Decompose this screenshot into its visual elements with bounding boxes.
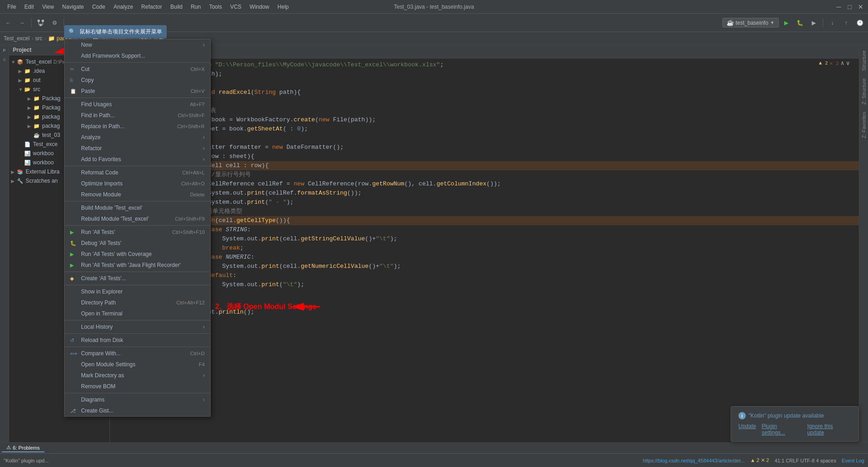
- project-icon[interactable]: P: [1, 47, 8, 54]
- breadcrumb-src[interactable]: src: [35, 35, 43, 42]
- ctx-add-framework[interactable]: Add Framework Support...: [65, 50, 210, 61]
- tooltip-bubble: 🔍 鼠标右键单击项目文件夹展开菜单: [64, 25, 167, 38]
- plugin-status: "Kotlin" plugin upd...: [4, 458, 49, 463]
- notification-update-link[interactable]: Update: [738, 423, 756, 436]
- ctx-cut[interactable]: ✂ Cut Ctrl+X: [65, 64, 210, 75]
- code-editor[interactable]: ▲ 2 ✕ 2 ∧ ∨ String path = "D:\\Person_fi…: [110, 59, 859, 453]
- ctx-create-gist[interactable]: ⎇ Create Gist...: [65, 405, 210, 416]
- structure-icon[interactable]: ≡: [1, 56, 8, 63]
- coverage-button[interactable]: ▶: [807, 16, 820, 29]
- git-url: https://blog.csdn.net/qq_4584443/article…: [643, 458, 745, 463]
- ctx-open-terminal[interactable]: Open in Terminal: [65, 308, 210, 319]
- event-log[interactable]: Event Log: [841, 458, 864, 463]
- ctx-remove-bom[interactable]: Remove BOM: [65, 381, 210, 392]
- ctx-remove-module[interactable]: Remove Module Delete: [65, 189, 210, 200]
- notification-ignore-link[interactable]: Ignore this update: [807, 423, 851, 436]
- ctx-debug-tests[interactable]: 🐛 Debug 'All Tests': [65, 238, 210, 249]
- forward-button[interactable]: →: [16, 16, 28, 29]
- title-bar-controls: ─ □ ✕: [835, 3, 864, 11]
- z-structure-tab[interactable]: Z: Structure: [860, 75, 868, 108]
- ctx-directory-path[interactable]: Directory Path Ctrl+Alt+F12: [65, 297, 210, 308]
- code-line: System.out.print(cellRef.formatAsString(…: [110, 189, 859, 198]
- structure-tab[interactable]: Structure: [860, 47, 868, 75]
- package-icon: 📁: [33, 113, 40, 120]
- breadcrumb-project[interactable]: Test_excel: [4, 35, 30, 42]
- tree-label: test_03: [42, 132, 60, 138]
- code-line: case STRING:: [110, 225, 859, 234]
- menu-help[interactable]: Help: [274, 3, 293, 11]
- ctx-open-module-settings[interactable]: Open Module Settings F4: [65, 359, 210, 370]
- menu-window[interactable]: Window: [246, 3, 273, 11]
- menu-view[interactable]: View: [38, 3, 58, 11]
- vcs-commit-button[interactable]: ↑: [840, 16, 852, 29]
- menu-file[interactable]: File: [4, 3, 20, 11]
- menu-build[interactable]: Build: [167, 3, 186, 11]
- menu-navigate[interactable]: Navigate: [59, 3, 87, 11]
- project-structure-button[interactable]: [34, 16, 47, 29]
- close-button[interactable]: ✕: [857, 3, 864, 11]
- code-line: try{: [110, 97, 859, 106]
- problems-tab[interactable]: ⚠ 6: Problems: [2, 444, 44, 452]
- notification-plugin-settings-link[interactable]: Plugin settings...: [762, 423, 802, 436]
- ctx-build-module[interactable]: Build Module 'Test_excel': [65, 202, 210, 213]
- reload-icon: ↺: [70, 337, 77, 343]
- ctx-rebuild-module[interactable]: Rebuild Module 'Test_excel' Ctrl+Shift+F…: [65, 213, 210, 224]
- title-bar: File Edit View Navigate Code Analyze Ref…: [0, 0, 868, 14]
- ctx-find-in-path[interactable]: Find in Path... Ctrl+Shift+F: [65, 110, 210, 121]
- run-config-name: test_baseinfo: [736, 20, 768, 26]
- ctx-diagrams[interactable]: Diagrams ›: [65, 394, 210, 405]
- ctx-show-explorer[interactable]: Show in Explorer: [65, 286, 210, 297]
- favorites-tab[interactable]: Z: Favorites: [860, 108, 868, 142]
- run-configuration[interactable]: ☕ test_baseinfo ▼: [722, 18, 779, 27]
- vcs-history-button[interactable]: 🕐: [853, 16, 866, 29]
- ctx-compare[interactable]: ⟺ Compare With... Ctrl+D: [65, 348, 210, 359]
- code-line: readExcel(path);: [110, 70, 859, 79]
- ctx-run-tests[interactable]: ▶ Run 'All Tests' Ctrl+Shift+F10: [65, 227, 210, 238]
- nav-up-button[interactable]: ∧: [841, 60, 844, 67]
- cut-shortcut: Ctrl+X: [190, 66, 205, 72]
- minimize-button[interactable]: ─: [835, 3, 842, 11]
- excel-icon: 📄: [24, 141, 31, 148]
- maximize-button[interactable]: □: [846, 3, 853, 11]
- ctx-new[interactable]: New ›: [65, 39, 210, 50]
- ctx-mark-directory[interactable]: Mark Directory as ›: [65, 370, 210, 381]
- ctx-optimize-imports[interactable]: Optimize Imports Ctrl+Alt+O: [65, 178, 210, 189]
- menu-refactor[interactable]: Refactor: [138, 3, 166, 11]
- ctx-create-tests[interactable]: ◆ Create 'All Tests'...: [65, 273, 210, 284]
- back-button[interactable]: ←: [2, 16, 15, 29]
- menu-edit[interactable]: Edit: [21, 3, 38, 11]
- menu-code[interactable]: Code: [88, 3, 109, 11]
- error-indicator[interactable]: ▲ 2 ✕ 2: [750, 457, 769, 463]
- ctx-reformat[interactable]: Reformat Code Ctrl+Alt+L: [65, 167, 210, 178]
- src-folder-icon: 📂: [24, 86, 31, 93]
- ctx-run-coverage[interactable]: ▶ Run 'All Tests' with Coverage: [65, 249, 210, 260]
- ctx-replace-in-path[interactable]: Replace in Path... Ctrl+Shift+R: [65, 121, 210, 132]
- ctx-analyze[interactable]: Analyze ›: [65, 132, 210, 143]
- dir-path-shortcut: Ctrl+Alt+F12: [176, 300, 205, 305]
- ctx-run-flight[interactable]: ▶ Run 'All Tests' with 'Java Flight Reco…: [65, 260, 210, 271]
- menu-run[interactable]: Run: [187, 3, 205, 11]
- ctx-find-usages[interactable]: Find Usages Alt+F7: [65, 99, 210, 110]
- menu-analyze[interactable]: Analyze: [110, 3, 137, 11]
- ctx-reload[interactable]: ↺ Reload from Disk: [65, 335, 210, 346]
- nav-down-button[interactable]: ∨: [846, 60, 850, 67]
- debug-button[interactable]: 🐛: [793, 16, 806, 29]
- run-button[interactable]: ▶: [780, 16, 792, 29]
- ctx-paste[interactable]: 📋 Paste Ctrl+V: [65, 86, 210, 97]
- project-root-icon: 📦: [16, 58, 24, 65]
- menu-vcs[interactable]: VCS: [227, 3, 245, 11]
- ctx-add-favorites[interactable]: Add to Favorites ›: [65, 154, 210, 165]
- tree-label: src: [33, 86, 40, 92]
- tree-arrow: ▶: [11, 169, 16, 174]
- ctx-refactor[interactable]: Refactor ›: [65, 143, 210, 154]
- vcs-update-button[interactable]: ↓: [826, 16, 839, 29]
- reformat-shortcut: Ctrl+Alt+L: [182, 170, 205, 175]
- menu-tools[interactable]: Tools: [206, 3, 226, 11]
- lib-icon: 📚: [16, 168, 24, 175]
- tree-label: Packag: [42, 95, 60, 102]
- ctx-local-history[interactable]: Local History ›: [65, 321, 210, 332]
- ctx-copy[interactable]: ⎘ Copy: [65, 75, 210, 86]
- tree-arrow: ▶: [11, 179, 16, 184]
- paste-shortcut: Ctrl+V: [190, 88, 205, 94]
- optimize-shortcut: Ctrl+Alt+O: [181, 181, 205, 186]
